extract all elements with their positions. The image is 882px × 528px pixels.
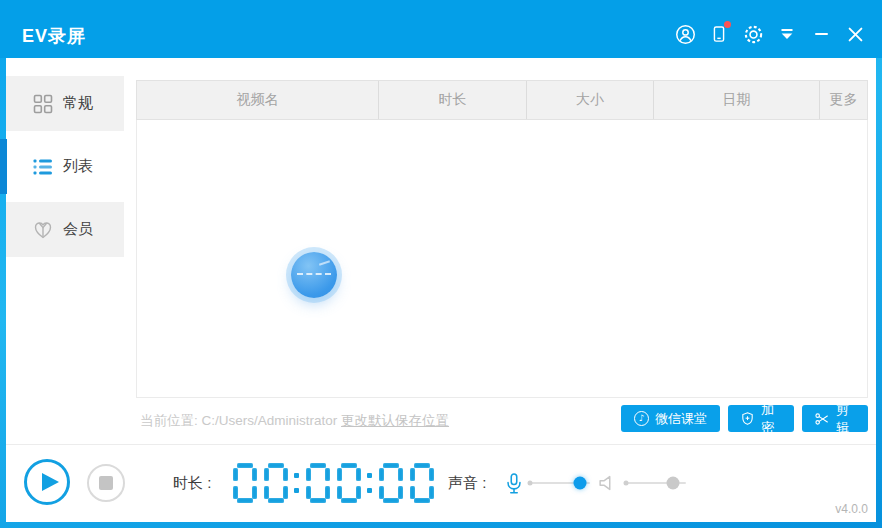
version-text: v4.0.0: [835, 502, 868, 516]
sidebar: 常规 列表: [6, 76, 124, 265]
sidebar-item-member[interactable]: 会员: [6, 202, 124, 257]
user-icon[interactable]: [674, 23, 696, 45]
speaker-volume-slider[interactable]: [626, 482, 686, 484]
sound-label: 声音 :: [448, 474, 486, 493]
column-header-more: 更多: [820, 81, 867, 119]
play-button[interactable]: [24, 459, 70, 505]
settings-icon[interactable]: [742, 23, 764, 45]
collapse-icon[interactable]: [776, 23, 798, 45]
scissors-icon: [814, 411, 830, 427]
titlebar-icons: [674, 23, 866, 45]
member-heart-icon: [32, 219, 54, 241]
wechat-class-button[interactable]: ♪ 微信课堂: [621, 405, 720, 432]
sidebar-item-general[interactable]: 常规: [6, 76, 124, 131]
speaker-volume-thumb[interactable]: [666, 477, 679, 490]
bottom-bar: 时长 : 声音 :: [6, 444, 876, 522]
empty-state-ball-icon: [291, 252, 337, 298]
close-icon[interactable]: [844, 23, 866, 45]
save-location-text: 当前位置: C:/Users/Administrator 更改默认保存位置: [140, 412, 449, 430]
play-icon: [42, 473, 59, 491]
sidebar-item-list[interactable]: 列表: [6, 139, 124, 194]
phone-icon[interactable]: [708, 23, 730, 45]
slider-start-dot: [528, 481, 533, 486]
edit-clip-button[interactable]: 剪辑: [802, 405, 868, 432]
app-window: EV录屏: [0, 0, 882, 528]
duration-display: [233, 463, 434, 503]
mic-volume-slider[interactable]: [530, 482, 590, 484]
save-location-label: 当前位置: C:/Users/Administrator: [140, 413, 337, 428]
sidebar-item-label: 列表: [63, 157, 93, 176]
title-bar: EV录屏: [0, 0, 882, 58]
list-icon: [32, 156, 54, 178]
content-area: 常规 列表: [6, 58, 876, 522]
duration-label: 时长 :: [173, 474, 211, 493]
stop-button[interactable]: [87, 464, 125, 502]
sidebar-item-label: 会员: [63, 220, 93, 239]
encrypt-button[interactable]: 加密: [728, 405, 794, 432]
video-list-empty: [136, 120, 868, 398]
change-save-location-link[interactable]: 更改默认保存位置: [341, 413, 449, 428]
music-note-circle-icon: ♪: [634, 411, 649, 426]
app-title: EV录屏: [22, 24, 86, 48]
minimize-icon[interactable]: [810, 23, 832, 45]
sidebar-item-label: 常规: [63, 94, 93, 113]
column-header-size: 大小: [527, 81, 654, 119]
column-header-duration: 时长: [379, 81, 527, 119]
grid-icon: [32, 93, 54, 115]
footer-buttons: ♪ 微信课堂 加密: [621, 405, 868, 432]
slider-start-dot: [624, 481, 629, 486]
column-header-date: 日期: [654, 81, 820, 119]
encrypt-label: 加密: [761, 401, 782, 437]
edit-clip-label: 剪辑: [836, 401, 856, 437]
panel-footer: 当前位置: C:/Users/Administrator 更改默认保存位置 ♪ …: [136, 398, 868, 444]
video-table-header: 视频名 时长 大小 日期 更多: [136, 80, 868, 120]
shield-plus-icon: [740, 411, 755, 426]
mic-volume-thumb[interactable]: [573, 477, 586, 490]
wechat-class-label: 微信课堂: [655, 410, 707, 428]
stop-icon: [99, 476, 113, 490]
microphone-icon[interactable]: [503, 471, 525, 501]
notification-badge: [724, 21, 731, 28]
speaker-icon[interactable]: [596, 472, 618, 498]
column-header-video-name: 视频名: [137, 81, 379, 119]
